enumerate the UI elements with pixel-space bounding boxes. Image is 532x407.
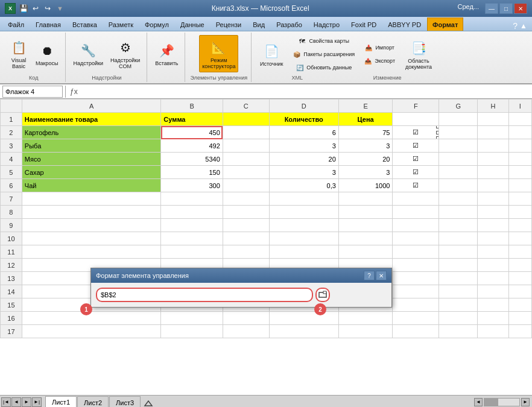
cell-F1[interactable]: [393, 113, 439, 126]
cell-H3[interactable]: [478, 139, 508, 153]
cell-F3[interactable]: ☑: [393, 139, 439, 153]
cell-E1[interactable]: Цена: [338, 113, 393, 126]
cell-F2[interactable]: ☑: [393, 126, 439, 139]
ribbon-btn-import[interactable]: 📥 Импорт: [360, 42, 398, 54]
cell-A6[interactable]: Чай: [22, 179, 160, 192]
tab-view[interactable]: Вид: [247, 17, 270, 31]
cell-B6[interactable]: 300: [161, 179, 223, 192]
tab-home[interactable]: Главная: [30, 17, 66, 31]
ribbon-help-btn[interactable]: ?: [513, 21, 518, 31]
cell-D3[interactable]: 3: [269, 139, 338, 153]
redo-quick-btn[interactable]: ↪: [42, 3, 53, 14]
ribbon-btn-oblast[interactable]: 📑 Областьдокумента: [401, 36, 437, 72]
ribbon-btn-rezhim[interactable]: 📐 Режимконструктора: [199, 35, 238, 72]
cell-H1[interactable]: [478, 113, 508, 126]
maximize-btn[interactable]: □: [499, 3, 513, 14]
cell-A3[interactable]: Рыба: [22, 139, 160, 153]
cell-G6[interactable]: [439, 179, 478, 192]
cell-A5[interactable]: Сахар: [22, 166, 160, 179]
tab-layout[interactable]: Разметк: [103, 17, 139, 31]
tab-foxit[interactable]: Foxit PD: [346, 17, 382, 31]
col-header-G[interactable]: G: [439, 99, 478, 113]
cell-I4[interactable]: [508, 153, 531, 166]
resize-handle-mr[interactable]: [436, 131, 439, 134]
sheet-tab-3[interactable]: Лист3: [109, 396, 141, 407]
ribbon-btn-export[interactable]: 📤 Экспорт: [360, 55, 398, 67]
cell-F6[interactable]: ☑: [393, 179, 439, 192]
ribbon-btn-istochnik[interactable]: 📄 Источник: [256, 36, 287, 72]
cell-C3[interactable]: [223, 139, 269, 153]
cell-H4[interactable]: [478, 153, 508, 166]
cell-D6[interactable]: 0,3: [269, 179, 338, 192]
scroll-right-btn[interactable]: ►: [521, 398, 530, 406]
cell-B2[interactable]: 450: [161, 126, 223, 139]
cell-D1[interactable]: Количество: [269, 113, 338, 126]
tab-addins[interactable]: Надстро: [308, 17, 345, 31]
cell-H2[interactable]: [478, 126, 508, 139]
cell-A1[interactable]: Наименование товара: [22, 113, 160, 126]
cell-D4[interactable]: 20: [269, 153, 338, 166]
col-header-E[interactable]: E: [338, 99, 393, 113]
tab-file[interactable]: Файл: [2, 17, 30, 31]
ribbon-btn-pakety[interactable]: 📦 Пакеты расширения: [289, 48, 358, 60]
ribbon-btn-obnovit[interactable]: 🔄 Обновить данные: [289, 62, 358, 74]
col-header-D[interactable]: D: [269, 99, 338, 113]
resize-handle-tr[interactable]: [436, 126, 439, 129]
cell-E5[interactable]: 3: [338, 166, 393, 179]
col-header-F[interactable]: F: [393, 99, 439, 113]
cell-I3[interactable]: [508, 139, 531, 153]
cell-D5[interactable]: 3: [269, 166, 338, 179]
cell-H6[interactable]: [478, 179, 508, 192]
cell-I2[interactable]: [508, 126, 531, 139]
col-header-C[interactable]: C: [223, 99, 269, 113]
sheet-nav-prev[interactable]: ◄: [11, 397, 21, 407]
ribbon-collapse-btn[interactable]: ▲: [520, 22, 527, 30]
cell-B3[interactable]: 492: [161, 139, 223, 153]
tab-insert[interactable]: Вставка: [67, 17, 103, 31]
dialog-close-btn[interactable]: ✕: [376, 271, 387, 280]
cell-C6[interactable]: [223, 179, 269, 192]
cell-G1[interactable]: [439, 113, 478, 126]
col-header-I[interactable]: I: [508, 99, 531, 113]
ribbon-btn-svoystva[interactable]: 🗺 Свойства карты: [289, 35, 358, 47]
cell-F5[interactable]: ☑: [393, 166, 439, 179]
cell-I1[interactable]: [508, 113, 531, 126]
minimize-btn[interactable]: —: [485, 3, 498, 14]
tab-format[interactable]: Формат: [427, 17, 463, 31]
cell-F4[interactable]: ☑: [393, 153, 439, 166]
tab-formulas[interactable]: Формул: [139, 17, 174, 31]
undo-quick-btn[interactable]: ↩: [30, 3, 41, 14]
cell-H5[interactable]: [478, 166, 508, 179]
ribbon-btn-com[interactable]: ⚙ НадстройкиCOM: [107, 35, 143, 72]
name-box[interactable]: Флажок 4: [2, 86, 63, 98]
cell-C2[interactable]: [223, 126, 269, 139]
sheet-nav-last[interactable]: ►|: [32, 397, 42, 407]
sheet-nav-first[interactable]: |◄: [1, 397, 11, 407]
ribbon-btn-vstavit[interactable]: 📌 Вставить: [152, 35, 181, 72]
cell-E6[interactable]: 1000: [338, 179, 393, 192]
cell-D2[interactable]: 6: [269, 126, 338, 139]
col-header-B[interactable]: B: [161, 99, 223, 113]
sheet-nav-next[interactable]: ►: [22, 397, 31, 407]
formula-input[interactable]: [82, 86, 530, 98]
cell-C5[interactable]: [223, 166, 269, 179]
dialog-cell-ref-input[interactable]: [96, 288, 313, 302]
cell-G2[interactable]: [439, 126, 478, 139]
tab-review[interactable]: Рецензи: [211, 17, 247, 31]
col-header-A[interactable]: A: [22, 99, 160, 113]
sheet-tab-2[interactable]: Лист2: [77, 396, 109, 407]
resize-handle-br[interactable]: [436, 136, 439, 139]
save-quick-btn[interactable]: 💾: [18, 3, 29, 14]
dialog-help-btn[interactable]: ?: [364, 271, 375, 280]
cell-G3[interactable]: [439, 139, 478, 153]
cell-E2[interactable]: 75: [338, 126, 393, 139]
cell-B1[interactable]: Сумма: [161, 113, 223, 126]
col-header-H[interactable]: H: [478, 99, 508, 113]
dialog-collapse-btn[interactable]: [315, 288, 330, 302]
cell-G4[interactable]: [439, 153, 478, 166]
cell-I5[interactable]: [508, 166, 531, 179]
tab-abbyy[interactable]: ABBYY PD: [382, 17, 426, 31]
ribbon-btn-visualbasic[interactable]: 📋 VisualBasic: [6, 35, 31, 72]
cell-I6[interactable]: [508, 179, 531, 192]
scroll-left-btn[interactable]: ◄: [474, 398, 483, 406]
